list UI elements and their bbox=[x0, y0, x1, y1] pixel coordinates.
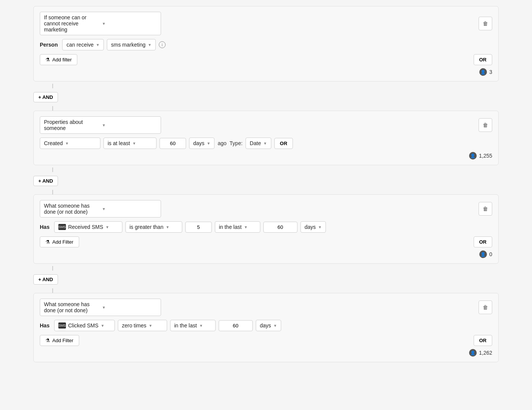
chevron-condition-icon-4: ▼ bbox=[149, 324, 152, 328]
receive-select-1[interactable]: can receive ▼ bbox=[62, 39, 104, 50]
count-row-3: 👤 0 bbox=[40, 250, 492, 258]
filter-block-3-header: What someone has done (or not done) ▼ 🗑 bbox=[40, 200, 492, 218]
filter-block-3: What someone has done (or not done) ▼ 🗑 … bbox=[33, 194, 499, 264]
chevron-down-icon-4: ▼ bbox=[102, 305, 157, 310]
time-unit-label-4: days bbox=[260, 322, 271, 329]
type-select-2[interactable]: Date ▼ bbox=[246, 138, 271, 149]
delete-button-2[interactable]: 🗑 bbox=[479, 118, 492, 132]
connector-line-5 bbox=[52, 266, 53, 271]
event-label-3: Received SMS bbox=[68, 224, 103, 230]
delete-button-1[interactable]: 🗑 bbox=[479, 17, 492, 30]
condition-select-3[interactable]: is greater than ▼ bbox=[125, 221, 182, 233]
filter-block-4: What someone has done (or not done) ▼ 🗑 … bbox=[33, 293, 499, 362]
chevron-down-icon-2: ▼ bbox=[102, 123, 157, 127]
condition-label-4: zero times bbox=[122, 322, 147, 329]
condition-select-2[interactable]: is at least ▼ bbox=[103, 138, 156, 149]
add-filter-button-4[interactable]: ⚗ Add Filter bbox=[40, 335, 79, 346]
filter-type-select-2[interactable]: Properties about someone ▼ bbox=[40, 116, 161, 134]
count-row-4: 👤 1,262 bbox=[40, 349, 492, 357]
created-select[interactable]: Created ▼ bbox=[40, 138, 100, 149]
time-unit-select-3[interactable]: days ▼ bbox=[300, 221, 326, 233]
chevron-time-unit-icon-3: ▼ bbox=[318, 225, 322, 229]
count-value-3: 0 bbox=[489, 251, 492, 257]
person-count-icon-1: 👤 bbox=[479, 68, 487, 76]
chevron-receive-icon: ▼ bbox=[96, 43, 100, 47]
receive-label-1: can receive bbox=[66, 42, 94, 48]
count-row-2: 👤 1,255 bbox=[40, 152, 492, 160]
event-select-3[interactable]: SMS Received SMS ▼ bbox=[54, 221, 122, 233]
filter-footer-4: ⚗ Add Filter OR bbox=[40, 335, 492, 346]
connector-line-1 bbox=[52, 84, 53, 88]
or-button-2[interactable]: OR bbox=[274, 138, 293, 149]
filter-type-select-1[interactable]: If someone can or cannot receive marketi… bbox=[40, 12, 161, 35]
or-button-4[interactable]: OR bbox=[474, 335, 493, 346]
person-count-icon-3: 👤 bbox=[479, 250, 487, 258]
or-button-3[interactable]: OR bbox=[474, 236, 493, 247]
filter-row-1: Person can receive ▼ sms marketing ▼ i bbox=[40, 39, 492, 50]
or-button-1[interactable]: OR bbox=[474, 54, 493, 65]
chevron-unit-icon-2: ▼ bbox=[207, 141, 211, 146]
and-button-1[interactable]: + AND bbox=[33, 92, 58, 102]
sms-marketing-select[interactable]: sms marketing ▼ bbox=[107, 39, 156, 50]
connector-line-3 bbox=[52, 167, 53, 172]
filter-type-select-3[interactable]: What someone has done (or not done) ▼ bbox=[40, 200, 161, 218]
chevron-condition-icon-3: ▼ bbox=[166, 225, 169, 229]
condition-label-2: is at least bbox=[108, 140, 130, 146]
sms-label: sms marketing bbox=[111, 42, 146, 48]
time-condition-label-4: in the last bbox=[174, 322, 197, 329]
filter-block-1-header: If someone can or cannot receive marketi… bbox=[40, 12, 492, 35]
filter-type-label-4: What someone has done (or not done) bbox=[44, 301, 99, 313]
add-filter-button-3[interactable]: ⚗ Add Filter bbox=[40, 236, 79, 247]
filter-row-4: Has SMS Clicked SMS ▼ zero times ▼ in th… bbox=[40, 320, 492, 331]
event-select-4[interactable]: SMS Clicked SMS ▼ bbox=[54, 320, 115, 331]
count-row-1: 👤 3 bbox=[40, 68, 492, 76]
time-condition-select-4[interactable]: in the last ▼ bbox=[170, 320, 216, 331]
filter-footer-1: ⚗ Add filter OR bbox=[40, 54, 492, 65]
time-unit-select-4[interactable]: days ▼ bbox=[256, 320, 281, 331]
person-count-icon-2: 👤 bbox=[469, 152, 477, 160]
ago-label: ago bbox=[217, 140, 226, 146]
chevron-event-icon-4: ▼ bbox=[101, 324, 105, 328]
sms-icon-3: SMS bbox=[58, 224, 66, 230]
filter-row-2: Created ▼ is at least ▼ days ▼ ago Type:… bbox=[40, 138, 492, 149]
time-value-input-3[interactable] bbox=[263, 222, 297, 233]
time-value-input-4[interactable] bbox=[219, 320, 253, 331]
info-icon-1[interactable]: i bbox=[159, 41, 166, 48]
value-input-2[interactable] bbox=[160, 138, 186, 149]
filter-footer-3: ⚗ Add Filter OR bbox=[40, 236, 492, 247]
count-value-2: 1,255 bbox=[479, 153, 492, 159]
add-filter-label-3: Add Filter bbox=[52, 239, 74, 245]
person-label-1: Person bbox=[40, 42, 58, 48]
chevron-down-icon-3: ▼ bbox=[102, 207, 157, 211]
time-condition-label-3: in the last bbox=[219, 224, 242, 230]
event-label-4: Clicked SMS bbox=[68, 322, 99, 329]
connector-line-4 bbox=[52, 190, 53, 194]
count-value-1: 3 bbox=[489, 69, 492, 75]
filter-icon-3: ⚗ bbox=[45, 239, 50, 245]
time-condition-select-3[interactable]: in the last ▼ bbox=[215, 221, 260, 233]
unit-select-2[interactable]: days ▼ bbox=[189, 138, 214, 149]
filter-block-2: Properties about someone ▼ 🗑 Created ▼ i… bbox=[33, 111, 499, 165]
filter-block-2-header: Properties about someone ▼ 🗑 bbox=[40, 116, 492, 134]
and-button-3[interactable]: + AND bbox=[33, 274, 58, 285]
sms-icon-4: SMS bbox=[58, 322, 66, 329]
add-filter-label-1: Add filter bbox=[52, 57, 72, 63]
has-label-3: Has bbox=[40, 224, 50, 230]
filter-type-label-2: Properties about someone bbox=[44, 119, 99, 131]
filter-type-label-3: What someone has done (or not done) bbox=[44, 203, 99, 215]
condition-select-4[interactable]: zero times ▼ bbox=[118, 320, 167, 331]
filter-type-select-4[interactable]: What someone has done (or not done) ▼ bbox=[40, 299, 161, 316]
count-value-4: 1,262 bbox=[479, 350, 492, 356]
value-input-3[interactable] bbox=[185, 222, 212, 233]
type-value-2: Date bbox=[250, 140, 261, 146]
filter-block-1: If someone can or cannot receive marketi… bbox=[33, 6, 499, 81]
chevron-condition-icon-2: ▼ bbox=[132, 141, 136, 146]
chevron-type-icon-2: ▼ bbox=[263, 141, 267, 146]
delete-button-3[interactable]: 🗑 bbox=[479, 202, 492, 216]
add-filter-button-1[interactable]: ⚗ Add filter bbox=[40, 54, 77, 65]
person-count-icon-4: 👤 bbox=[469, 349, 477, 357]
filter-row-3: Has SMS Received SMS ▼ is greater than ▼… bbox=[40, 221, 492, 233]
and-button-2[interactable]: + AND bbox=[33, 176, 58, 186]
chevron-time-unit-icon-4: ▼ bbox=[273, 324, 277, 328]
delete-button-4[interactable]: 🗑 bbox=[479, 300, 492, 314]
